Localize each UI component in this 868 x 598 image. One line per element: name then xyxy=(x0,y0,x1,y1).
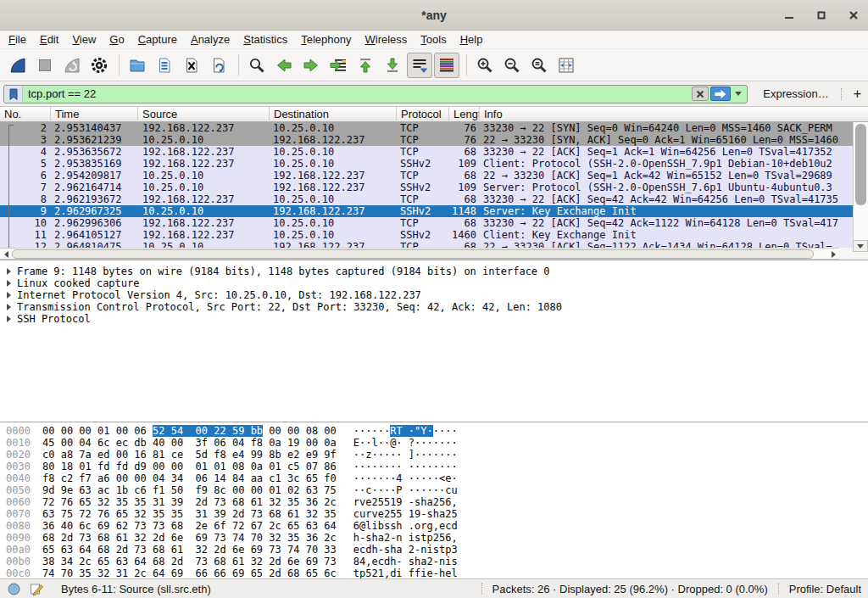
menu-view[interactable]: View xyxy=(72,33,96,46)
collapsed-arrow-icon[interactable] xyxy=(7,280,11,287)
hex-row[interactable]: 0030 80 18 01 fd fd d9 00 00 01 01 08 0a… xyxy=(0,461,868,472)
scrollbar-thumb[interactable] xyxy=(855,124,866,205)
close-file-button[interactable] xyxy=(179,53,204,78)
hex-row[interactable]: 0070 63 75 72 76 65 32 35 35 31 39 2d 73… xyxy=(0,508,868,520)
start-capture-button[interactable] xyxy=(5,53,31,78)
filter-history-dropdown[interactable] xyxy=(732,87,744,101)
hex-row[interactable]: 00b0 38 34 2c 65 63 64 68 2d 73 68 61 32… xyxy=(0,556,868,567)
status-separator xyxy=(778,583,779,595)
hex-row[interactable]: 0040 f8 c2 f7 a6 00 00 04 34 06 14 84 aa… xyxy=(0,472,868,484)
packet-list-horizontal-scrollbar[interactable] xyxy=(0,248,839,260)
expert-info-button[interactable] xyxy=(7,582,21,596)
menu-go[interactable]: Go xyxy=(109,33,124,46)
zoom-in-icon xyxy=(476,56,494,75)
cell-time: 2.962996306 xyxy=(51,217,138,229)
detail-row[interactable]: Linux cooked capture xyxy=(0,277,868,289)
menu-edit[interactable]: Edit xyxy=(40,33,58,46)
status-profile[interactable]: Profile: Default xyxy=(789,583,861,595)
collapsed-arrow-icon[interactable] xyxy=(7,292,11,299)
packet-row[interactable]: 9 2.962967325 10.25.0.10 192.168.122.237… xyxy=(0,205,853,217)
menu-telephony[interactable]: Telephony xyxy=(301,33,351,46)
hex-row[interactable]: 00a0 65 63 64 68 2d 73 68 61 32 2d 6e 69… xyxy=(0,544,868,556)
menu-help[interactable]: Help xyxy=(460,33,483,46)
scroll-down-button[interactable] xyxy=(853,240,868,252)
packet-row[interactable]: 4 2.953635672 192.168.122.237 10.25.0.10… xyxy=(0,146,853,158)
hex-row[interactable]: 0050 9d 9e 63 ac 1b c6 f1 50 f9 8c 00 00… xyxy=(0,484,868,496)
go-to-top-button[interactable] xyxy=(353,53,378,78)
zoom-original-button[interactable] xyxy=(526,53,552,78)
zoom-in-button[interactable] xyxy=(472,53,498,78)
open-file-button[interactable] xyxy=(125,53,150,78)
menu-statistics[interactable]: Statistics xyxy=(243,33,287,46)
minimize-button[interactable] xyxy=(783,9,795,21)
display-filter-input[interactable]: tcp.port == 22 xyxy=(3,85,748,103)
filter-apply-button[interactable] xyxy=(710,87,731,101)
collapsed-arrow-icon[interactable] xyxy=(7,268,11,275)
collapsed-arrow-icon[interactable] xyxy=(7,316,11,322)
go-to-bottom-button[interactable] xyxy=(380,53,405,78)
packet-row[interactable]: 8 2.962193672 192.168.122.237 10.25.0.10… xyxy=(0,193,853,205)
find-packet-button[interactable] xyxy=(244,53,270,78)
col-no[interactable]: No. xyxy=(0,107,51,122)
col-destination[interactable]: Destination xyxy=(270,107,397,122)
go-forward-button[interactable] xyxy=(298,53,324,78)
hex-seg: 72 76 65 32 35 35 31 39 2d 73 68 61 32 3… xyxy=(42,496,337,508)
cell-destination: 10.25.0.10 xyxy=(270,229,397,241)
auto-scroll-button[interactable] xyxy=(407,53,432,78)
packet-row[interactable]: 12 2.964810475 10.25.0.10 192.168.122.23… xyxy=(0,241,853,248)
menu-analyze[interactable]: Analyze xyxy=(191,33,230,46)
hex-row[interactable]: 00c0 74 70 35 32 31 2c 64 69 66 66 69 65… xyxy=(0,567,868,579)
go-to-packet-button[interactable] xyxy=(326,53,351,78)
resize-columns-button[interactable] xyxy=(554,53,579,78)
col-length[interactable]: Length xyxy=(449,107,480,122)
hex-ascii: ·······4 ·····<e· xyxy=(353,472,458,484)
menu-file[interactable]: File xyxy=(8,33,26,46)
capture-comment-button[interactable] xyxy=(30,582,44,596)
packet-row[interactable]: 11 2.964105127 192.168.122.237 10.25.0.1… xyxy=(0,229,853,241)
go-back-button[interactable] xyxy=(271,53,297,78)
title-bar[interactable]: *any xyxy=(0,0,868,31)
close-button[interactable] xyxy=(848,9,860,21)
col-time[interactable]: Time xyxy=(51,107,138,122)
scroll-left-button[interactable] xyxy=(1,250,11,259)
capture-options-button[interactable] xyxy=(86,53,112,78)
packet-row[interactable]: 7 2.962164714 10.25.0.10 192.168.122.237… xyxy=(0,182,853,193)
packet-row[interactable]: 3 2.953621239 10.25.0.10 192.168.122.237… xyxy=(0,134,853,146)
filter-bookmark-button[interactable] xyxy=(4,86,23,103)
reload-file-button[interactable] xyxy=(206,53,231,78)
stop-capture-button[interactable] xyxy=(32,53,58,78)
hex-row[interactable]: 0000 00 00 00 01 00 06 52 54 00 22 59 bb… xyxy=(0,425,868,437)
menu-capture[interactable]: Capture xyxy=(138,33,177,46)
expression-button[interactable]: Expression… xyxy=(763,87,828,100)
hex-ascii: 6@libssh .org,ecd xyxy=(353,520,458,532)
scroll-right-button[interactable] xyxy=(828,250,838,259)
zoom-out-button[interactable] xyxy=(499,53,525,78)
add-filter-button[interactable]: + xyxy=(854,87,861,102)
maximize-button[interactable] xyxy=(815,9,827,21)
hex-row[interactable]: 0080 36 40 6c 69 62 73 73 68 2e 6f 72 67… xyxy=(0,520,868,532)
detail-row[interactable]: Transmission Control Protocol, Src Port:… xyxy=(0,301,868,313)
restart-capture-button[interactable] xyxy=(59,53,85,78)
menu-wireless[interactable]: Wireless xyxy=(365,33,408,46)
collapsed-arrow-icon[interactable] xyxy=(7,304,11,310)
detail-row[interactable]: SSH Protocol xyxy=(0,313,868,325)
col-source[interactable]: Source xyxy=(138,107,270,122)
hex-row[interactable]: 0090 68 2d 73 68 61 32 2d 6e 69 73 74 70… xyxy=(0,532,868,544)
col-info[interactable]: Info xyxy=(480,107,868,122)
packet-row[interactable]: 2 2.953140437 192.168.122.237 10.25.0.10… xyxy=(0,122,853,134)
filter-clear-button[interactable] xyxy=(692,87,709,101)
hex-row[interactable]: 0060 72 76 65 32 35 35 31 39 2d 73 68 61… xyxy=(0,496,868,508)
col-protocol[interactable]: Protocol xyxy=(397,107,449,122)
detail-row[interactable]: Internet Protocol Version 4, Src: 10.25.… xyxy=(0,289,868,301)
packet-row[interactable]: 10 2.962996306 192.168.122.237 10.25.0.1… xyxy=(0,217,853,229)
scrollbar-thumb[interactable] xyxy=(12,249,814,259)
menu-tools[interactable]: Tools xyxy=(420,33,446,46)
hex-row[interactable]: 0010 45 00 04 6c ec db 40 00 3f 06 04 f8… xyxy=(0,437,868,449)
hex-row[interactable]: 0020 c0 a8 7a ed 00 16 81 ce 5d f8 e4 99… xyxy=(0,449,868,461)
packet-row[interactable]: 6 2.954209817 10.25.0.10 192.168.122.237… xyxy=(0,170,853,182)
detail-row[interactable]: Frame 9: 1148 bytes on wire (9184 bits),… xyxy=(0,265,868,277)
save-file-button[interactable] xyxy=(152,53,177,78)
colorize-packets-button[interactable] xyxy=(434,53,459,78)
packet-list-vertical-scrollbar[interactable] xyxy=(853,122,868,240)
packet-row[interactable]: 5 2.953835169 192.168.122.237 10.25.0.10… xyxy=(0,158,853,170)
